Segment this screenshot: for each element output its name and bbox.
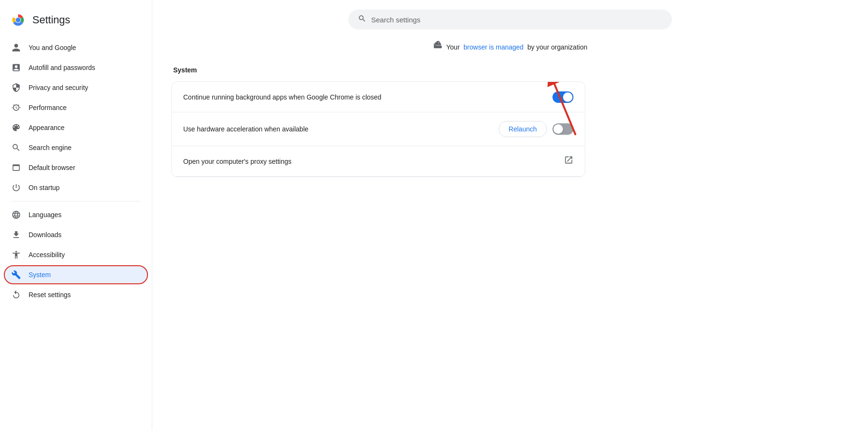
sidebar-item-default-browser[interactable]: Default browser bbox=[4, 158, 148, 177]
svg-point-2 bbox=[16, 18, 20, 22]
sidebar-item-appearance[interactable]: Appearance bbox=[4, 118, 148, 137]
proxy-settings-controls bbox=[564, 155, 573, 167]
sidebar-divider bbox=[11, 201, 140, 201]
sidebar-label-privacy: Privacy and security bbox=[29, 84, 88, 91]
background-apps-controls bbox=[552, 91, 573, 103]
search-icon bbox=[358, 14, 366, 25]
section-title: System bbox=[171, 66, 849, 74]
sidebar-label-system: System bbox=[29, 271, 51, 279]
sidebar-item-performance[interactable]: Performance bbox=[4, 98, 148, 117]
sidebar-label-autofill: Autofill and passwords bbox=[29, 64, 95, 71]
sidebar-item-accessibility[interactable]: Accessibility bbox=[4, 245, 148, 264]
background-apps-label: Continue running background apps when Go… bbox=[183, 93, 552, 101]
search-nav-icon bbox=[11, 143, 21, 152]
managed-suffix: by your organization bbox=[527, 43, 587, 51]
search-bar[interactable]: Search settings bbox=[348, 10, 672, 30]
sidebar-label-reset-settings: Reset settings bbox=[29, 291, 71, 299]
hardware-acceleration-controls: Relaunch bbox=[499, 121, 573, 137]
hardware-acceleration-toggle[interactable] bbox=[552, 123, 573, 135]
sidebar-item-privacy[interactable]: Privacy and security bbox=[4, 78, 148, 97]
background-apps-row: Continue running background apps when Go… bbox=[172, 82, 585, 112]
browser-icon bbox=[11, 163, 21, 172]
sidebar-item-autofill[interactable]: Autofill and passwords bbox=[4, 58, 148, 77]
managed-link[interactable]: browser is managed bbox=[464, 43, 523, 51]
search-placeholder-text: Search settings bbox=[371, 16, 420, 24]
sidebar-label-languages: Languages bbox=[29, 211, 61, 219]
globe-icon bbox=[11, 210, 21, 220]
sidebar-label-accessibility: Accessibility bbox=[29, 251, 65, 259]
hardware-acceleration-label: Use hardware acceleration when available bbox=[183, 125, 499, 133]
performance-icon bbox=[11, 103, 21, 112]
sidebar-item-you-and-google[interactable]: You and Google bbox=[4, 38, 148, 57]
sidebar-header: Settings bbox=[0, 8, 152, 38]
sidebar-label-on-startup: On startup bbox=[29, 184, 59, 191]
power-icon bbox=[11, 183, 21, 192]
sidebar-item-downloads[interactable]: Downloads bbox=[4, 225, 148, 244]
sidebar-label-search-engine: Search engine bbox=[29, 144, 71, 151]
background-apps-toggle-thumb bbox=[563, 92, 572, 102]
sidebar-nav: You and Google Autofill and passwords Pr… bbox=[0, 38, 152, 305]
main-content: Search settings Your browser is managed … bbox=[152, 0, 868, 430]
sidebar-item-on-startup[interactable]: On startup bbox=[4, 178, 148, 197]
system-settings-card: Continue running background apps when Go… bbox=[171, 81, 585, 177]
reset-icon bbox=[11, 290, 21, 300]
sidebar-item-languages[interactable]: Languages bbox=[4, 205, 148, 224]
sidebar-item-system[interactable]: System bbox=[4, 265, 148, 284]
sidebar-item-reset-settings[interactable]: Reset settings bbox=[4, 285, 148, 304]
hardware-acceleration-toggle-thumb bbox=[553, 124, 563, 134]
proxy-settings-label: Open your computer's proxy settings bbox=[183, 158, 564, 165]
sidebar-label-appearance: Appearance bbox=[29, 124, 65, 131]
wrench-icon bbox=[11, 270, 21, 280]
relaunch-button[interactable]: Relaunch bbox=[499, 121, 547, 137]
sidebar-item-search-engine[interactable]: Search engine bbox=[4, 138, 148, 157]
autofill-icon bbox=[11, 63, 21, 72]
person-icon bbox=[11, 43, 21, 52]
sidebar-label-default-browser: Default browser bbox=[29, 164, 75, 171]
managed-prefix: Your bbox=[446, 43, 460, 51]
external-link-icon[interactable] bbox=[564, 155, 573, 167]
background-apps-toggle[interactable] bbox=[552, 91, 573, 103]
hardware-acceleration-row: Use hardware acceleration when available… bbox=[172, 112, 585, 146]
shield-icon bbox=[11, 83, 21, 92]
sidebar-label-downloads: Downloads bbox=[29, 231, 61, 239]
managed-banner: Your browser is managed by your organiza… bbox=[171, 41, 849, 53]
proxy-settings-row: Open your computer's proxy settings bbox=[172, 146, 585, 177]
sidebar-label-performance: Performance bbox=[29, 104, 67, 111]
sidebar-label-you-and-google: You and Google bbox=[29, 44, 76, 51]
search-bar-container: Search settings bbox=[171, 10, 849, 30]
sidebar: Settings You and Google Autofill and pas… bbox=[0, 0, 152, 430]
accessibility-icon bbox=[11, 250, 21, 260]
settings-title: Settings bbox=[32, 14, 70, 26]
palette-icon bbox=[11, 123, 21, 132]
managed-icon bbox=[433, 41, 443, 53]
chrome-logo bbox=[10, 11, 27, 29]
download-icon bbox=[11, 230, 21, 240]
